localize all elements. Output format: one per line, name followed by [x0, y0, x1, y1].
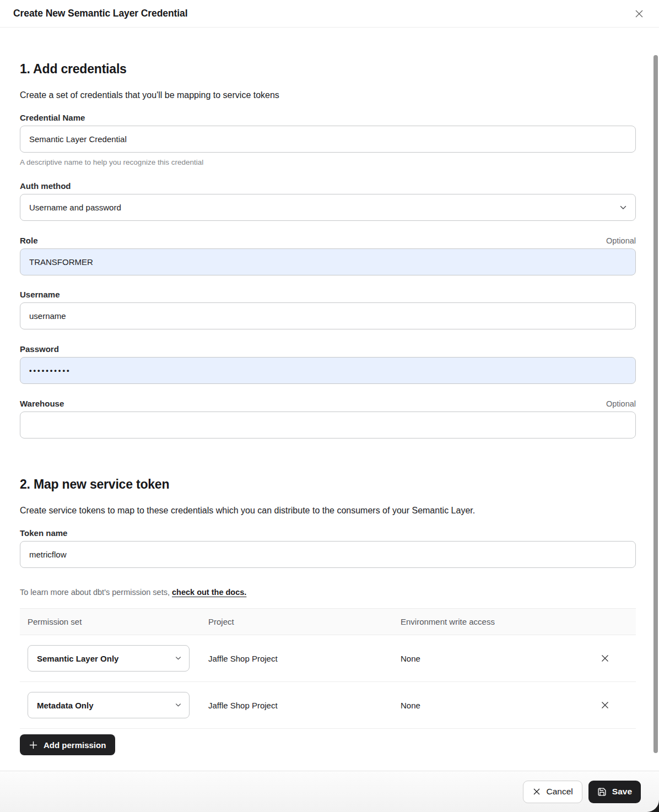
modal-body: 1. Add credentials Create a set of crede… — [0, 28, 659, 771]
modal-create-credential: Create New Semantic Layer Credential 1. … — [0, 0, 659, 812]
add-permission-button[interactable]: Add permission — [20, 734, 115, 755]
warehouse-label: Warehouse — [20, 399, 64, 408]
auth-method-label: Auth method — [20, 181, 71, 191]
scrollbar-thumb[interactable] — [653, 55, 658, 753]
modal-title: Create New Semantic Layer Credential — [13, 8, 631, 19]
docs-link[interactable]: check out the docs. — [172, 588, 246, 597]
close-icon — [634, 8, 645, 19]
add-permission-label: Add permission — [44, 740, 106, 750]
warehouse-optional-tag: Optional — [606, 399, 636, 408]
save-button[interactable]: Save — [588, 781, 641, 803]
token-name-label: Token name — [20, 528, 67, 538]
section2-heading: 2. Map new service token — [20, 439, 636, 492]
section1-heading: 1. Add credentials — [20, 28, 636, 77]
close-icon — [600, 700, 610, 710]
credential-name-input[interactable] — [20, 126, 636, 153]
permission-set-select[interactable]: Metadata Only — [28, 692, 190, 718]
password-label: Password — [20, 344, 59, 354]
username-label: Username — [20, 290, 60, 299]
column-header-permission-set: Permission set — [20, 617, 208, 626]
permission-set-value: Metadata Only — [37, 701, 94, 710]
project-cell: Jaffle Shop Project — [208, 701, 401, 710]
modal-header: Create New Semantic Layer Credential — [0, 0, 659, 28]
role-optional-tag: Optional — [606, 236, 636, 245]
section2-description: Create service tokens to map to these cr… — [20, 506, 636, 516]
env-write-access-cell: None — [401, 701, 574, 710]
permissions-table-header: Permission set Project Environment write… — [20, 609, 636, 635]
cancel-button[interactable]: Cancel — [523, 781, 582, 803]
credential-name-label: Credential Name — [20, 113, 85, 122]
column-header-project: Project — [208, 617, 401, 626]
save-icon — [597, 787, 607, 797]
docs-line-prefix: To learn more about dbt's permission set… — [20, 588, 172, 597]
plus-icon — [29, 741, 37, 749]
token-name-input[interactable] — [20, 541, 636, 568]
close-icon — [600, 653, 610, 663]
save-label: Save — [612, 787, 632, 797]
role-label: Role — [20, 236, 38, 245]
warehouse-input[interactable] — [20, 412, 636, 439]
permission-set-value: Semantic Layer Only — [37, 654, 118, 663]
password-input[interactable] — [20, 357, 636, 384]
remove-permission-button[interactable] — [574, 700, 636, 710]
permissions-table: Permission set Project Environment write… — [20, 608, 636, 729]
table-row: Metadata Only Jaffle Shop Project None — [20, 682, 636, 729]
docs-line: To learn more about dbt's permission set… — [20, 588, 636, 597]
auth-method-select[interactable]: Username and password — [20, 194, 636, 221]
chevron-down-icon — [175, 657, 181, 661]
remove-permission-button[interactable] — [574, 653, 636, 663]
auth-method-value: Username and password — [29, 203, 121, 212]
chevron-down-icon — [175, 703, 181, 707]
section1-description: Create a set of credentials that you'll … — [20, 90, 636, 100]
close-icon — [532, 787, 541, 796]
cancel-label: Cancel — [547, 787, 573, 797]
modal-footer: Cancel Save — [0, 771, 659, 812]
env-write-access-cell: None — [401, 654, 574, 663]
table-row: Semantic Layer Only Jaffle Shop Project … — [20, 635, 636, 682]
role-input[interactable] — [20, 248, 636, 275]
permission-set-select[interactable]: Semantic Layer Only — [28, 645, 190, 672]
chevron-down-icon — [620, 205, 626, 210]
close-button[interactable] — [631, 6, 647, 21]
username-input[interactable] — [20, 302, 636, 329]
column-header-env-write-access: Environment write access — [401, 617, 574, 626]
project-cell: Jaffle Shop Project — [208, 654, 401, 663]
credential-name-helper: A descriptive name to help you recognize… — [20, 158, 636, 166]
